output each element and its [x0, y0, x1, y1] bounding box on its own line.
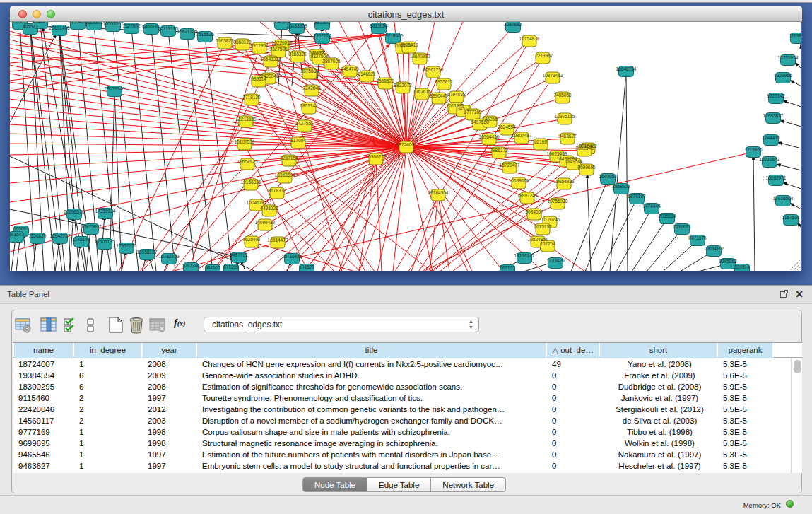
svg-text:104523: 104523 [299, 264, 314, 269]
svg-text:1092346: 1092346 [182, 263, 200, 268]
svg-text:252254: 252254 [540, 241, 555, 246]
svg-text:19166825: 19166825 [241, 180, 261, 185]
svg-text:165061: 165061 [13, 226, 29, 231]
svg-text:15226058: 15226058 [272, 40, 293, 45]
svg-text:8427552: 8427552 [295, 121, 314, 126]
svg-text:6879197: 6879197 [628, 194, 646, 199]
svg-text:19218506: 19218506 [383, 33, 404, 38]
svg-text:7485063: 7485063 [553, 93, 572, 98]
svg-text:9327504: 9327504 [310, 54, 329, 59]
svg-text:9699695: 9699695 [577, 165, 596, 170]
svg-text:10958107: 10958107 [137, 250, 158, 255]
svg-text:881305: 881305 [314, 22, 330, 25]
svg-text:16033809: 16033809 [287, 23, 307, 28]
svg-text:2718120: 2718120 [242, 95, 261, 100]
svg-text:14196141: 14196141 [514, 253, 535, 258]
svg-text:13353594: 13353594 [275, 173, 295, 177]
svg-text:20206576: 20206576 [64, 209, 85, 214]
svg-text:7632621: 7632621 [673, 224, 691, 229]
svg-text:8813054: 8813054 [370, 23, 388, 28]
svg-text:1568520: 1568520 [376, 78, 394, 83]
svg-text:817004: 817004 [290, 138, 306, 143]
svg-text:2867608: 2867608 [322, 59, 341, 64]
svg-text:19654925: 19654925 [237, 159, 258, 164]
svg-text:391547: 391547 [10, 232, 24, 237]
svg-text:9242848: 9242848 [302, 86, 321, 90]
svg-text:19756928: 19756928 [548, 199, 568, 204]
svg-text:10688609: 10688609 [509, 178, 529, 183]
svg-text:10046785: 10046785 [247, 200, 267, 205]
svg-text:20364456: 20364456 [479, 134, 500, 139]
svg-text:3215956: 3215956 [744, 147, 763, 152]
svg-text:2935114: 2935114 [659, 214, 676, 218]
svg-text:8990445: 8990445 [430, 93, 448, 98]
svg-text:17016504: 17016504 [773, 196, 794, 201]
svg-text:18640910: 18640910 [410, 54, 430, 59]
svg-text:8958923: 8958923 [612, 184, 630, 189]
svg-text:1575419: 1575419 [400, 42, 418, 47]
svg-text:19384554: 19384554 [428, 190, 449, 195]
svg-text:15300275: 15300275 [366, 154, 387, 159]
svg-text:12975115: 12975115 [555, 114, 575, 119]
svg-text:1362615: 1362615 [413, 89, 431, 94]
svg-text:16543382: 16543382 [261, 57, 281, 62]
svg-text:8267150: 8267150 [280, 156, 298, 160]
svg-text:9245052: 9245052 [719, 259, 737, 264]
svg-text:1733426: 1733426 [69, 22, 87, 24]
svg-text:12505135: 12505135 [95, 239, 115, 244]
svg-text:8454749: 8454749 [341, 66, 359, 71]
svg-text:12942757: 12942757 [50, 233, 71, 238]
svg-text:9777169: 9777169 [464, 110, 482, 115]
svg-text:10553267: 10553267 [103, 22, 124, 26]
svg-text:2087682: 2087682 [504, 22, 522, 27]
svg-text:9457791: 9457791 [230, 252, 248, 257]
svg-text:405572: 405572 [23, 24, 38, 29]
svg-text:10961758: 10961758 [423, 67, 444, 72]
svg-text:1145194: 1145194 [73, 237, 90, 242]
svg-text:1733426: 1733426 [546, 258, 565, 263]
svg-text:7986372: 7986372 [490, 148, 508, 153]
svg-text:16648784: 16648784 [616, 66, 637, 71]
svg-text:8822072: 8822072 [394, 83, 412, 88]
svg-text:1527602: 1527602 [122, 23, 141, 28]
svg-text:10654112: 10654112 [704, 246, 724, 251]
svg-text:8663372: 8663372 [85, 22, 103, 25]
svg-text:1113874: 1113874 [789, 33, 801, 38]
svg-text:12093877: 12093877 [763, 113, 784, 118]
svg-text:9474444: 9474444 [642, 204, 661, 209]
svg-text:7357224: 7357224 [313, 33, 331, 38]
svg-text:4498222: 4498222 [260, 206, 278, 211]
svg-text:10973493: 10973493 [543, 73, 563, 78]
svg-text:3624554: 3624554 [498, 124, 516, 129]
svg-text:6794028: 6794028 [447, 92, 466, 97]
svg-text:9146821: 9146821 [358, 71, 376, 76]
svg-text:989614: 989614 [251, 76, 266, 81]
svg-text:3875685: 3875685 [300, 69, 319, 74]
svg-text:7515526: 7515526 [196, 32, 214, 37]
svg-text:7663822: 7663822 [216, 38, 234, 43]
svg-text:10120746: 10120746 [540, 217, 560, 222]
svg-text:17359924: 17359924 [95, 209, 116, 214]
svg-text:29053346: 29053346 [105, 86, 125, 91]
svg-text:903314: 903314 [33, 22, 48, 23]
svg-text:1167534: 1167534 [782, 215, 800, 220]
svg-text:662103: 662103 [500, 265, 515, 270]
svg-text:1849504: 1849504 [565, 159, 583, 164]
svg-text:18807249: 18807249 [517, 193, 538, 198]
svg-text:1156829: 1156829 [29, 233, 47, 238]
svg-text:8660128: 8660128 [233, 40, 252, 45]
svg-text:20691406: 20691406 [49, 25, 70, 30]
svg-text:1002545: 1002545 [575, 146, 594, 151]
svg-text:12213383: 12213383 [236, 117, 257, 122]
svg-text:1615152: 1615152 [534, 224, 552, 229]
svg-text:9227342: 9227342 [767, 93, 785, 98]
svg-text:9084067: 9084067 [525, 209, 543, 214]
svg-text:944501: 944501 [205, 265, 220, 270]
svg-text:10025458: 10025458 [547, 151, 567, 156]
svg-text:8186328: 8186328 [288, 52, 307, 57]
svg-text:9463627: 9463627 [558, 134, 577, 139]
svg-text:10719185: 10719185 [158, 26, 179, 31]
svg-text:9327506: 9327506 [269, 47, 288, 52]
svg-text:18724007: 18724007 [396, 142, 417, 147]
svg-text:12213967: 12213967 [533, 53, 553, 58]
